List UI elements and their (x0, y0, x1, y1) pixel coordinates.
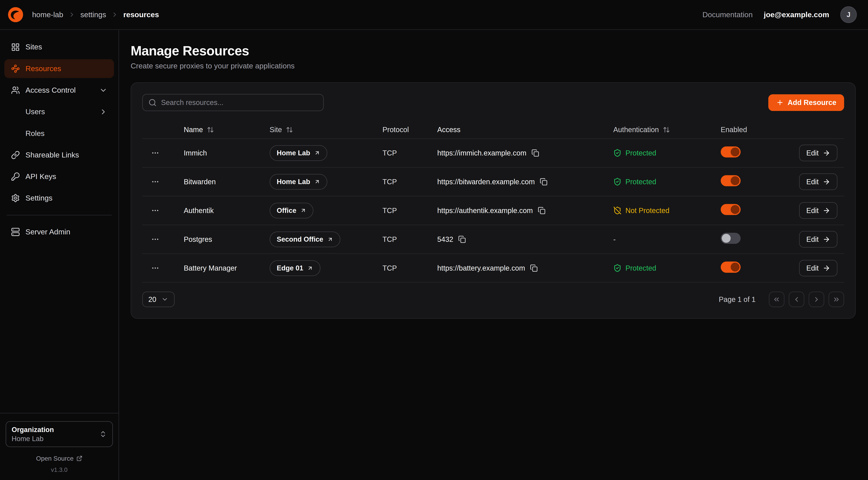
toggle-knob (731, 205, 740, 214)
sidebar-item-api-keys[interactable]: API Keys (4, 167, 114, 186)
page-indicator: Page 1 of 1 (719, 295, 755, 303)
sort-site-header[interactable]: Site (270, 126, 382, 134)
copy-icon (540, 178, 548, 186)
org-switcher-value: Home Lab (11, 435, 54, 443)
breadcrumb-settings-link[interactable]: settings (80, 10, 106, 19)
org-switcher-text: Organization Home Lab (11, 426, 54, 443)
row-menu-button[interactable] (151, 149, 159, 157)
next-page-button[interactable] (809, 292, 824, 307)
copy-button[interactable] (538, 207, 546, 214)
sidebar-item-resources[interactable]: Resources (4, 59, 114, 78)
org-switcher[interactable]: Organization Home Lab (6, 421, 113, 447)
site-link[interactable]: Office (270, 203, 314, 218)
edit-button[interactable]: Edit (799, 260, 837, 276)
row-menu-button[interactable] (151, 178, 159, 186)
copy-button[interactable] (540, 178, 548, 186)
table-row: Immich Home Lab TCP https://immich.examp… (142, 139, 844, 168)
sidebar-item-label: Roles (26, 129, 45, 138)
copy-button[interactable] (531, 149, 539, 157)
ellipsis-icon (151, 149, 159, 157)
copy-button[interactable] (530, 264, 538, 272)
sort-authentication-header[interactable]: Authentication (613, 126, 720, 134)
documentation-link[interactable]: Documentation (703, 10, 753, 19)
auth-status: Protected (613, 149, 720, 157)
access-url: https://bitwarden.example.com (437, 178, 535, 186)
breadcrumb: home-lab settings resources (32, 10, 159, 19)
site-link[interactable]: Edge 01 (270, 260, 320, 276)
sidebar-item-users[interactable]: Users (4, 102, 114, 121)
resource-protocol: TCP (382, 264, 437, 272)
chevron-down-icon (99, 86, 107, 94)
app-logo[interactable] (4, 4, 26, 26)
prev-page-button[interactable] (789, 292, 804, 307)
copy-icon (531, 149, 539, 157)
table-row: Postgres Second Office TCP 5432 - Edit (142, 225, 844, 254)
site-link[interactable]: Home Lab (270, 145, 327, 161)
site-name: Second Office (277, 235, 323, 243)
sidebar-item-settings[interactable]: Settings (4, 189, 114, 208)
page-title: Manage Resources (131, 43, 856, 58)
page-size-select[interactable]: 20 (142, 292, 175, 307)
resources-table: Name Site Protocol Access Authentication (142, 121, 844, 307)
resource-protocol: TCP (382, 235, 437, 243)
site-name: Home Lab (277, 178, 310, 186)
resource-protocol: TCP (382, 178, 437, 186)
site-name: Edge 01 (277, 264, 303, 272)
chevron-right-icon (68, 11, 75, 18)
enabled-toggle[interactable] (721, 146, 741, 157)
pangolin-logo-icon (6, 5, 25, 24)
edit-button[interactable]: Edit (799, 145, 837, 161)
gear-icon (11, 194, 20, 203)
open-source-link[interactable]: Open Source (6, 455, 113, 462)
copy-icon (530, 264, 538, 272)
edit-button[interactable]: Edit (799, 231, 837, 248)
first-page-button[interactable] (769, 292, 784, 307)
site-link[interactable]: Home Lab (270, 174, 327, 190)
external-link-icon (76, 455, 83, 461)
chevron-right-icon (813, 296, 820, 303)
arrow-right-icon (823, 178, 830, 186)
enabled-toggle[interactable] (721, 262, 741, 273)
sort-icon (663, 126, 670, 133)
last-page-button[interactable] (829, 292, 844, 307)
add-resource-button[interactable]: Add Resource (768, 94, 844, 111)
row-menu-button[interactable] (151, 206, 159, 215)
sort-icon (286, 126, 293, 133)
sort-name-header[interactable]: Name (184, 126, 270, 134)
sidebar: Sites Resources Access Control Users Rol… (0, 30, 119, 480)
auth-status: - (613, 235, 720, 243)
chevrons-up-down-icon (99, 430, 107, 438)
row-menu-button[interactable] (151, 235, 159, 243)
sidebar-item-roles[interactable]: Roles (4, 124, 114, 143)
shield-check-icon (613, 264, 622, 272)
copy-icon (458, 236, 466, 243)
enabled-toggle[interactable] (721, 233, 741, 244)
auth-status-label: Protected (625, 149, 656, 157)
breadcrumb-current: resources (123, 10, 159, 19)
resource-protocol: TCP (382, 149, 437, 157)
sidebar-item-server-admin[interactable]: Server Admin (4, 222, 114, 241)
sidebar-item-label: Users (26, 108, 45, 116)
sidebar-footer: Organization Home Lab Open Source v1.3.0 (0, 413, 119, 480)
edit-button[interactable]: Edit (799, 202, 837, 219)
auth-status-label: Protected (625, 264, 656, 272)
resource-name: Bitwarden (184, 178, 270, 186)
sidebar-item-shareable-links[interactable]: Shareable Links (4, 146, 114, 164)
edit-button[interactable]: Edit (799, 173, 837, 190)
arrow-up-right-icon (327, 236, 333, 243)
arrow-right-icon (823, 149, 830, 157)
row-menu-button[interactable] (151, 264, 159, 272)
app-root: home-lab settings resources Documentatio… (0, 0, 868, 480)
toggle-knob (722, 234, 731, 243)
user-avatar[interactable]: J (840, 6, 857, 23)
access-url: https://battery.example.com (437, 264, 525, 272)
sidebar-item-access-control[interactable]: Access Control (4, 81, 114, 100)
site-link[interactable]: Second Office (270, 232, 340, 247)
sidebar-item-sites[interactable]: Sites (4, 38, 114, 57)
enabled-toggle[interactable] (721, 204, 741, 215)
copy-button[interactable] (458, 236, 466, 243)
search-input[interactable] (161, 98, 318, 107)
breadcrumb-org-link[interactable]: home-lab (32, 10, 63, 19)
enabled-toggle[interactable] (721, 175, 741, 186)
access-column-header: Access (437, 126, 613, 134)
